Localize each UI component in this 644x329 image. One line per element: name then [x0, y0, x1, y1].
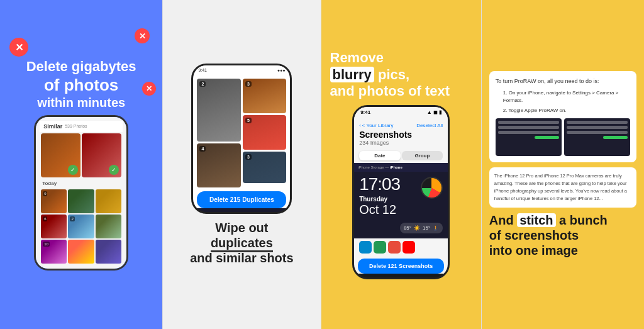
sc-tabs: Date Group — [354, 148, 448, 163]
instructions-card: To turn ProRAW on, all you need to do is… — [489, 71, 636, 163]
badge-2: 2 — [199, 81, 206, 87]
photo-cell-7: 10 — [41, 240, 67, 264]
panel2-bottom-text: Wipe out duplicates and similar shots — [190, 220, 294, 265]
delete-duplicates-btn[interactable]: Delete 215 Duplicates — [197, 191, 286, 208]
panel-stitch: To turn ProRAW on, all you need to do is… — [482, 0, 644, 329]
a-bunch-label: a bunch — [559, 213, 608, 227]
temp2: 15° — [423, 225, 430, 231]
panel1-headline: Delete gigabytes of photos within minute… — [26, 59, 136, 110]
phone-header: Similar 539 Photos — [40, 121, 123, 132]
badge-3-tr: 3 — [245, 81, 252, 87]
badge-3-br: 3 — [245, 154, 252, 160]
settings-img-1 — [496, 118, 562, 156]
today-label: Today — [40, 179, 123, 188]
photo-cell-6 — [96, 215, 121, 238]
dup-cell-mr: 5 — [243, 115, 287, 150]
photo-cell-2 — [68, 189, 94, 213]
status-time: 9:41 — [360, 109, 370, 115]
settings-row-2 — [498, 126, 559, 129]
x-icon-1: ✕ — [9, 38, 28, 57]
remove-label: Remove — [330, 50, 384, 65]
screenshots-phone: 9:41 ▲ ◼ ▮ ‹< Your Library Deselect All … — [352, 105, 450, 279]
settings-row-6 — [567, 131, 628, 134]
back-btn[interactable]: ‹< Your Library Deselect All — [359, 123, 443, 128]
x-icon-3: ✕ — [142, 82, 156, 96]
clock-screen: iPhone Storage — iPhone 17:03 Thursday O… — [354, 163, 448, 238]
x-icon-2: ✕ — [135, 28, 150, 43]
pics-label: pics, — [374, 67, 409, 82]
clock-date: Oct 12 — [359, 203, 418, 217]
photo-count: 539 Photos — [65, 124, 87, 128]
photo-cell-3 — [96, 189, 121, 213]
stitch-label: stitch — [517, 213, 555, 227]
dup-cell-bl: 4 — [197, 143, 241, 187]
image-count: 234 Images — [359, 140, 443, 146]
panel-screenshots: Remove blurry pics, and photos of text 9… — [321, 0, 481, 329]
tab-group[interactable]: Group — [402, 151, 443, 160]
check-2: ✓ — [109, 165, 119, 175]
panel-delete-gigabytes: ✕ ✕ ✕ Delete gigabytes of photos within … — [0, 0, 162, 329]
sc-screen: 9:41 ▲ ◼ ▮ ‹< Your Library Deselect All … — [354, 107, 448, 274]
delete-screenshots-btn[interactable]: Delete 121 Screenshots — [358, 259, 444, 274]
and-label: And — [489, 213, 514, 227]
settings-row-4 — [567, 121, 628, 124]
wipe-out-label: Wipe out — [215, 221, 268, 235]
deselect-btn[interactable]: Deselect All — [416, 123, 443, 128]
photo-cell-5: 2 — [68, 215, 94, 238]
photo-label-6: 6 — [43, 216, 47, 221]
photo-label-10: 10 — [43, 242, 50, 247]
dup-photo-grid: 2 4 3 5 3 — [193, 75, 290, 191]
photo-cell-1: 9 — [41, 189, 67, 213]
panel-duplicates: 9:41●●● 2 4 3 5 — [163, 0, 320, 329]
photo-label-2: 2 — [70, 216, 74, 221]
body-text-content: The iPhone 12 Pro and iPhone 12 Pro Max … — [494, 173, 627, 201]
photos-of-text-label: and photos of text — [330, 83, 450, 99]
headline-line3: within minutes — [26, 95, 136, 110]
settings-toggle-2 — [603, 136, 628, 139]
dup-cell-br: 3 — [243, 152, 287, 183]
step-2: 2. Toggle Apple ProRAW on. — [503, 107, 630, 114]
of-screenshots-label: of screenshots — [489, 228, 579, 242]
instructions-title: To turn ProRAW on, all you need to do is… — [496, 77, 630, 86]
clock-day: Thursday — [359, 196, 418, 203]
dup-cell-tr: 3 — [243, 79, 287, 113]
sc-header: ‹< Your Library Deselect All Screenshots… — [354, 118, 448, 148]
check-1: ✓ — [68, 165, 78, 175]
dup-phone: 9:41●●● 2 4 3 5 — [191, 64, 292, 214]
badge-5: 5 — [245, 118, 252, 123]
temp1: 85° — [404, 225, 411, 231]
section-title: Screenshots — [359, 130, 443, 140]
into-one-image-label: into one image — [489, 243, 578, 257]
dup-cell-tl: 2 — [197, 79, 241, 142]
headline-line2: of photos — [26, 75, 136, 95]
blurry-label: blurry — [330, 67, 374, 82]
photo-grid: 9 6 2 10 — [40, 188, 123, 265]
panel3-top-text: Remove blurry pics, and photos of text — [328, 50, 475, 99]
phone-screen-1: Similar 539 Photos ✓ ✓ Today 9 6 2 1 — [36, 117, 126, 269]
tab-date[interactable]: Date — [359, 151, 401, 160]
badge-4: 4 — [199, 146, 206, 152]
weather-widget: 85° ☀️ 15° 🚶 — [400, 223, 443, 233]
settings-row-5 — [567, 126, 628, 129]
phone-mockup-1: Similar 539 Photos ✓ ✓ Today 9 6 2 1 — [34, 115, 128, 270]
settings-preview — [496, 118, 630, 156]
dup-screen: 9:41●●● 2 4 3 5 — [193, 65, 290, 208]
duplicates-label: duplicates — [211, 236, 273, 252]
body-text-card: The iPhone 12 Pro and iPhone 12 Pro Max … — [489, 167, 636, 208]
clock-time: 17:03 — [359, 174, 418, 194]
photo-cell-9 — [96, 240, 121, 264]
settings-row-1 — [498, 121, 559, 124]
photo-cell-8 — [68, 240, 94, 264]
settings-toggle-1 — [535, 136, 559, 139]
phone-title: Similar — [43, 123, 62, 130]
photo-cell-4: 6 — [41, 215, 67, 238]
similar-shots-label: and similar shots — [190, 251, 294, 265]
step-1: 1. On your iPhone, navigate to Settings … — [503, 89, 630, 104]
headline-line1: Delete gigabytes — [26, 59, 136, 75]
photo-label-9: 9 — [43, 191, 47, 196]
status-icons: ▲ ◼ ▮ — [427, 109, 441, 115]
settings-row-3 — [498, 131, 559, 134]
panel4-bottom-text: And stitch a bunch of screenshots into o… — [489, 213, 636, 258]
settings-img-2 — [564, 118, 630, 156]
